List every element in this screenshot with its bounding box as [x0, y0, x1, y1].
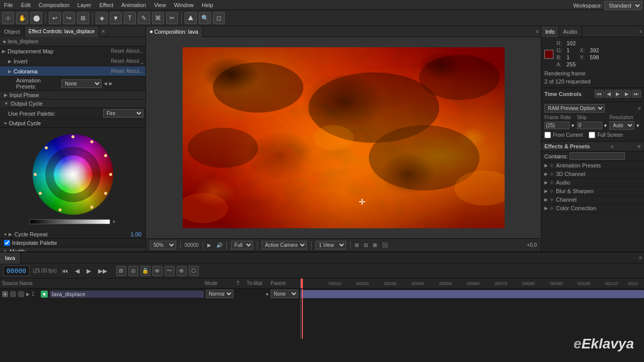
menu-window[interactable]: Window [170, 1, 198, 9]
ram-resolution-dropdown-icon[interactable]: ▼ [635, 123, 640, 128]
menu-edit[interactable]: Edit [17, 1, 35, 9]
interpolate-palette-checkbox[interactable] [4, 240, 10, 246]
tl-next-frame-btn[interactable]: ▶▶ [96, 267, 109, 275]
timeline-playhead[interactable] [302, 289, 303, 339]
tl-tool-hide[interactable]: 👁 [152, 266, 163, 276]
tool-render[interactable]: ⊞ [77, 12, 89, 24]
tool-hand[interactable]: ✋ [16, 12, 28, 24]
cycle-repeat-value[interactable]: 1.00 [131, 231, 141, 237]
tab-effect-controls[interactable]: Effect Controls: lava_displace [25, 26, 100, 37]
effects-presets-options-icon[interactable]: ≡ [611, 144, 614, 149]
cycle-repeat-expand-icon[interactable]: ▶ [9, 232, 12, 237]
displacement-expand-icon[interactable]: ▶ [2, 49, 6, 54]
input-phase-expand-icon[interactable]: ▶ [4, 93, 8, 98]
ep-item-animation-presets[interactable]: ▶ ⊹ Animation Presets [541, 161, 644, 170]
tool-clone[interactable]: ⌘ [152, 12, 164, 24]
panel-close-icon[interactable]: ✕ [101, 29, 105, 34]
vc-resolution-select[interactable]: 50% 100% [148, 240, 178, 250]
layer-parent-select[interactable]: None [271, 290, 298, 298]
ram-skip-input[interactable] [577, 122, 602, 129]
tool-brush[interactable]: ✎ [138, 12, 150, 24]
layer-mode-select[interactable]: Normal [206, 290, 233, 298]
preset-next-icon[interactable]: ▶ [109, 81, 113, 86]
layer-visibility-btn[interactable]: ● [2, 291, 8, 297]
info-options-icon[interactable]: ≡ [639, 29, 642, 34]
effects-search-input[interactable] [570, 152, 625, 160]
layer-expand-icon[interactable]: ▶ [26, 292, 30, 297]
tool-light[interactable]: ◻ [213, 12, 225, 24]
colorama-reset-btn[interactable]: Reset [111, 68, 124, 74]
quality-select[interactable]: Full Half [231, 241, 253, 249]
ram-full-screen-checkbox[interactable] [589, 132, 595, 138]
use-preset-palette-select[interactable]: Fire [103, 109, 143, 118]
vc-audio-btn[interactable]: 🔊 [214, 242, 224, 248]
vc-reset-exposure[interactable]: ⬛ [380, 242, 390, 248]
displacement-about-btn[interactable]: About... [126, 48, 143, 54]
tl-prev-frame-btn[interactable]: ◀ [73, 267, 82, 275]
tab-audio[interactable]: Audio [559, 26, 582, 37]
tl-tool-motion[interactable]: 〜 [165, 266, 175, 276]
colorwheel-canvas[interactable] [30, 132, 116, 217]
vc-timecode[interactable]: 00000 [183, 242, 201, 248]
animation-presets-select[interactable]: None [61, 79, 102, 88]
vc-view-select[interactable]: 1 View 2 Views [313, 240, 348, 250]
tc-first-btn[interactable]: ⏮ [595, 90, 604, 98]
tool-undo[interactable]: ↩ [49, 12, 61, 24]
ram-framerate-input[interactable] [544, 122, 570, 129]
tool-shape[interactable]: ◈ [96, 12, 108, 24]
colorama-about-btn[interactable]: About... [126, 68, 143, 74]
ram-preview-select[interactable]: RAM Preview Options [544, 104, 605, 113]
tool-camera[interactable]: 🔍 [199, 12, 211, 24]
tool-text[interactable]: T [124, 12, 136, 24]
menu-layer[interactable]: Layer [73, 1, 96, 9]
workspace-select[interactable]: Standard [604, 1, 642, 10]
ram-options-icon[interactable]: ≡ [638, 106, 641, 111]
invert-about-btn[interactable]: About _ [126, 58, 143, 64]
layer-solo-btn[interactable] [10, 291, 16, 297]
tl-options-icon[interactable]: ≡ [639, 255, 642, 260]
ep-item-3d-channel[interactable]: ▶ ⊹ 3D Channel [541, 170, 644, 178]
tl-tab-lava[interactable]: lava [0, 252, 21, 263]
tl-first-frame-btn[interactable]: ⏮ [60, 267, 70, 275]
tl-tool-solo[interactable]: ◎ [128, 266, 138, 276]
preset-prev-icon[interactable]: ◀ [104, 81, 107, 86]
tab-info[interactable]: Info [541, 26, 559, 37]
layer-name[interactable]: lava_displace [50, 291, 204, 298]
colorwheel-wrapper[interactable] [30, 132, 116, 217]
tl-track-bar[interactable] [301, 290, 644, 298]
tc-prev-btn[interactable]: ◀ [605, 90, 613, 98]
tl-tool-lock[interactable]: 🔒 [140, 266, 150, 276]
zoom-select[interactable]: 50% 100% [150, 241, 176, 249]
tl-tool-adjust[interactable]: ⊕ [177, 266, 187, 276]
grayscale-bar[interactable] [30, 219, 110, 224]
vc-quality-select[interactable]: Full Half [229, 240, 255, 250]
camera-select[interactable]: Active Camera [262, 241, 307, 249]
tool-pen[interactable]: ▼ [110, 12, 122, 24]
menu-animation[interactable]: Animation [117, 1, 150, 9]
menu-composition[interactable]: Composition [35, 1, 73, 9]
comp-options-icon[interactable]: ≡ [536, 29, 539, 34]
vc-grid[interactable]: ⊟ [362, 242, 370, 248]
ram-skip-dropdown-icon[interactable]: ▼ [603, 123, 608, 128]
tool-redo[interactable]: ↪ [63, 12, 75, 24]
menu-help[interactable]: Help [198, 1, 217, 9]
ram-framerate-dropdown-icon[interactable]: ▼ [571, 123, 575, 128]
tl-timecode[interactable]: 00000 [3, 265, 30, 276]
vc-camera-select[interactable]: Active Camera [260, 240, 309, 250]
colorama-expand-icon[interactable]: ▶ [8, 69, 12, 74]
layer-lock-btn[interactable] [18, 291, 24, 297]
vc-channels[interactable]: ⊠ [371, 242, 379, 248]
ram-resolution-select[interactable]: Auto Full Half [609, 121, 634, 130]
menu-file[interactable]: File [0, 1, 17, 9]
ram-from-current-checkbox[interactable] [544, 132, 551, 138]
vc-safe-zones[interactable]: ⊞ [353, 242, 361, 248]
vc-render-btn[interactable]: ▶ [205, 242, 213, 248]
tool-select[interactable]: ⊹ [2, 12, 14, 24]
ep-item-audio[interactable]: ▶ ⊹ Audio [541, 178, 644, 187]
tc-last-btn[interactable]: ⏭ [632, 90, 641, 98]
tc-next-btn[interactable]: ▶ [623, 90, 631, 98]
tc-play-btn[interactable]: ▶ [614, 90, 622, 98]
effects-presets-close-icon[interactable]: ✕ [637, 144, 641, 149]
output-cycle-expand-icon[interactable]: ▼ [4, 101, 9, 106]
displacement-reset-btn[interactable]: Reset [111, 48, 124, 54]
